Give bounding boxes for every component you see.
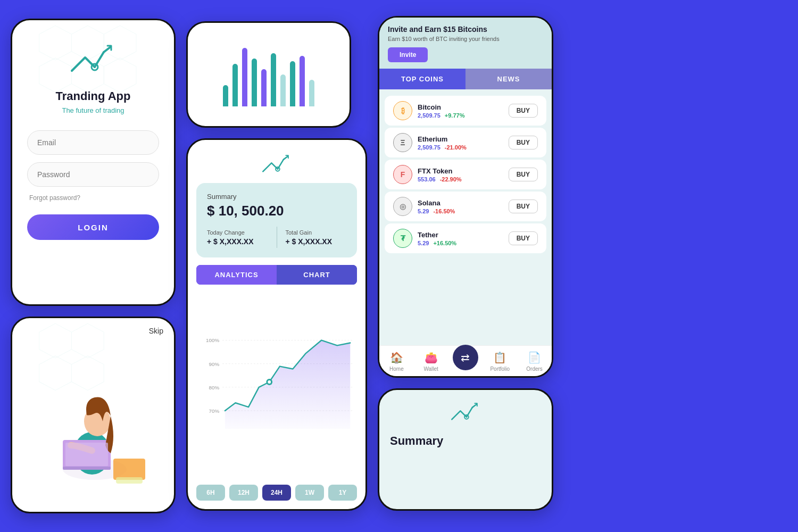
- solana-icon: ◎: [393, 197, 412, 216]
- nav-portfolio[interactable]: 📋 Portfolio: [483, 351, 517, 372]
- nav-orders[interactable]: 📄 Orders: [517, 351, 552, 372]
- coin-item-etherium: Ξ Etherium 2,509.75 -21.00% BUY: [385, 128, 546, 157]
- summary-label: Summary: [207, 193, 346, 201]
- filter-1y[interactable]: 1Y: [328, 485, 357, 501]
- nav-swap[interactable]: ⇄: [448, 351, 483, 372]
- ftx-change: -22.90%: [440, 176, 462, 182]
- svg-text:80%: 80%: [209, 385, 220, 390]
- etherium-info: Etherium 2,509.75 -21.00%: [418, 135, 503, 151]
- coins-tab-bar: TOP COINS NEWS: [379, 69, 552, 89]
- svg-text:90%: 90%: [209, 361, 220, 367]
- summary-logo: [450, 401, 481, 427]
- login-logo: [69, 41, 117, 81]
- bitcoin-buy-button[interactable]: BUY: [509, 104, 538, 118]
- summary-card: Summary $ 10, 500.20 Today Change + $ X,…: [196, 183, 357, 257]
- invite-title: Invite and Earn $15 Bitcoins: [388, 25, 543, 34]
- today-val: + $ X,XXX.XX: [207, 237, 268, 246]
- filter-6h[interactable]: 6H: [196, 485, 225, 501]
- svg-marker-3: [39, 58, 72, 93]
- nav-wallet-label: Wallet: [423, 366, 438, 372]
- time-filter-bar: 6H 12H 24H 1W 1Y: [188, 479, 365, 509]
- svg-rect-17: [65, 443, 108, 466]
- summary-small-screen: Summary: [378, 388, 553, 511]
- ftx-price: 553.06: [418, 176, 436, 182]
- ftx-buy-button[interactable]: BUY: [509, 168, 538, 181]
- etherium-icon: Ξ: [393, 133, 412, 152]
- coin-item-tether: ₮ Tether 5.29 +16.50% BUY: [385, 223, 546, 253]
- tether-change: +16.50%: [433, 240, 456, 246]
- tab-chart[interactable]: CHART: [277, 265, 357, 285]
- forgot-password-link[interactable]: Forgot password?: [29, 194, 80, 202]
- solana-price: 5.29: [418, 208, 429, 214]
- solana-buy-button[interactable]: BUY: [509, 200, 538, 213]
- analytics-tab-bar: ANALYTICS CHART: [196, 265, 357, 285]
- login-subtitle: The future of trading: [62, 106, 124, 114]
- tether-icon: ₮: [393, 229, 412, 248]
- bitcoin-icon: ₿: [393, 101, 412, 120]
- password-input[interactable]: [27, 162, 159, 187]
- coin-item-bitcoin: ₿ Bitcoin 2,509.75 +9.77% BUY: [385, 96, 546, 126]
- ftx-icon: F: [393, 165, 412, 184]
- bottom-nav: 🏠 Home 👛 Wallet ⇄ 📋 Portfolio 📄 Orders: [379, 345, 552, 376]
- login-button[interactable]: LOGIN: [27, 214, 159, 240]
- invite-button[interactable]: Invite: [388, 47, 428, 62]
- analytics-screen: Summary $ 10, 500.20 Today Change + $ X,…: [186, 138, 367, 511]
- svg-marker-0: [39, 26, 72, 60]
- nav-home-label: Home: [389, 366, 404, 372]
- nav-wallet[interactable]: 👛 Wallet: [414, 351, 448, 372]
- tab-top-coins[interactable]: TOP COINS: [379, 69, 466, 89]
- chart-area: 100% 90% 80% 70%: [188, 285, 365, 479]
- nav-home[interactable]: 🏠 Home: [379, 351, 414, 372]
- wallet-icon: 👛: [425, 351, 438, 364]
- nav-orders-label: Orders: [526, 366, 543, 372]
- svg-rect-15: [63, 467, 111, 470]
- etherium-change: -21.00%: [445, 144, 467, 151]
- svg-rect-18: [113, 459, 145, 480]
- solana-change: -16.50%: [433, 208, 455, 214]
- skip-text[interactable]: Skip: [149, 327, 163, 335]
- tab-analytics[interactable]: ANALYTICS: [196, 265, 277, 285]
- today-label: Today Change: [207, 229, 268, 236]
- solana-name: Solana: [418, 199, 503, 207]
- login-screen: Tranding App The future of trading Forgo…: [11, 19, 176, 306]
- orders-icon: 📄: [528, 351, 541, 364]
- summary-amount: $ 10, 500.20: [207, 203, 346, 219]
- chart-top-screen: [186, 21, 351, 128]
- tether-price: 5.29: [418, 240, 429, 246]
- home-icon: 🏠: [390, 351, 403, 364]
- summary-title: Summary: [390, 434, 443, 448]
- invite-subtitle: Earn $10 worth of BTC inviting your frie…: [388, 36, 543, 42]
- filter-12h[interactable]: 12H: [229, 485, 258, 501]
- invite-banner: Invite and Earn $15 Bitcoins Earn $10 wo…: [379, 18, 552, 69]
- top-coins-screen: Invite and Earn $15 Bitcoins Earn $10 wo…: [378, 16, 553, 378]
- analytics-header: [188, 140, 365, 183]
- total-label: Total Gain: [286, 229, 347, 236]
- etherium-name: Etherium: [418, 135, 503, 143]
- onboard-screen: Skip: [11, 317, 176, 513]
- bitcoin-price: 2,509.75: [418, 112, 440, 119]
- etherium-price: 2,509.75: [418, 144, 440, 151]
- coins-list: ₿ Bitcoin 2,509.75 +9.77% BUY Ξ Etherium: [379, 89, 552, 345]
- mini-bar-chart: [223, 43, 314, 106]
- tether-buy-button[interactable]: BUY: [509, 231, 538, 245]
- nav-portfolio-label: Portfolio: [490, 366, 510, 372]
- coin-item-solana: ◎ Solana 5.29 -16.50% BUY: [385, 192, 546, 221]
- tether-name: Tether: [418, 231, 503, 239]
- svg-text:100%: 100%: [206, 337, 219, 343]
- svg-point-33: [466, 417, 468, 418]
- ftx-name: FTX Token: [418, 167, 503, 175]
- svg-point-7: [94, 66, 96, 68]
- tether-info: Tether 5.29 +16.50%: [418, 231, 503, 246]
- ftx-info: FTX Token 553.06 -22.90%: [418, 167, 503, 182]
- email-input[interactable]: [27, 130, 159, 155]
- filter-1w[interactable]: 1W: [295, 485, 324, 501]
- login-title: Tranding App: [56, 89, 131, 103]
- filter-24h[interactable]: 24H: [262, 485, 291, 501]
- etherium-buy-button[interactable]: BUY: [509, 136, 538, 149]
- swap-button[interactable]: ⇄: [453, 345, 478, 370]
- tab-news[interactable]: NEWS: [466, 69, 552, 89]
- portfolio-icon: 📋: [493, 351, 506, 364]
- svg-point-31: [268, 380, 271, 384]
- bitcoin-change: +9.77%: [445, 112, 465, 119]
- bitcoin-info: Bitcoin 2,509.75 +9.77%: [418, 103, 503, 119]
